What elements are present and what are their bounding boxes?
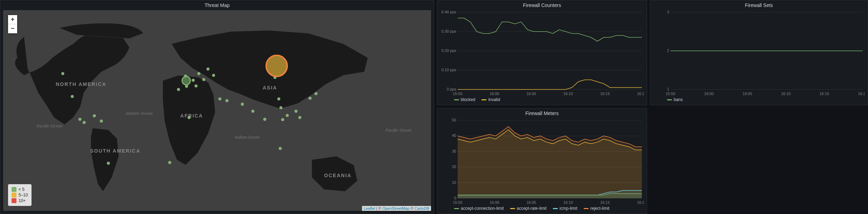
empty-space (650, 108, 868, 214)
legend-dash (553, 208, 558, 209)
zoom-in-button[interactable]: + (8, 15, 17, 24)
legend-dash (454, 99, 459, 100)
africa (163, 75, 215, 165)
sets-chart[interactable]: 12315:5516:0016:0516:1016:1516:20 (653, 10, 865, 96)
legend-dash (481, 99, 486, 100)
continent-label: OCEANIA (324, 173, 352, 178)
svg-text:16:15: 16:15 (819, 92, 829, 96)
greenland (59, 23, 143, 38)
svg-text:40: 40 (452, 133, 456, 138)
svg-text:15:55: 15:55 (453, 200, 463, 205)
panel-title: Firewall Counters (437, 0, 647, 10)
ocean-label: Atlantic Ocean (125, 111, 153, 116)
svg-point-11 (192, 79, 195, 82)
svg-point-17 (188, 116, 190, 119)
legend-item-icmp-limit[interactable]: icmp-limit (553, 206, 577, 211)
svg-point-29 (298, 116, 301, 119)
south-america (91, 128, 119, 191)
svg-text:16:20: 16:20 (637, 92, 644, 96)
svg-text:16:05: 16:05 (743, 92, 752, 96)
svg-point-25 (279, 106, 282, 109)
meters-chart[interactable]: 0102030405015:5516:0016:0516:1016:1516:2… (440, 118, 644, 205)
counters-chart[interactable]: 0 pps0.10 pps0.20 pps0.30 pps0.40 pps15:… (440, 10, 644, 96)
svg-point-24 (277, 98, 280, 100)
carto-link[interactable]: CartoDB (415, 206, 429, 210)
zoom-out-button[interactable]: − (8, 24, 17, 33)
svg-text:2: 2 (667, 48, 669, 53)
svg-text:15:55: 15:55 (453, 92, 463, 96)
map-canvas[interactable]: + − NORTH AMERICA SOUTH AMERICA AFRICA A… (3, 10, 431, 211)
legend-label: 10+ (19, 198, 26, 203)
svg-text:30: 30 (452, 149, 456, 153)
svg-text:16:05: 16:05 (527, 92, 536, 96)
svg-point-31 (314, 92, 317, 95)
svg-text:16:15: 16:15 (600, 200, 610, 205)
svg-text:16:20: 16:20 (637, 200, 644, 205)
continent-label: ASIA (263, 85, 277, 91)
svg-point-28 (294, 110, 297, 113)
chart-legend: bans (653, 96, 865, 102)
firewall-sets-panel: Firewall Sets 12315:5516:0016:0516:1016:… (650, 0, 868, 105)
chart-legend: accept-connection-limit accept-rate-limi… (440, 205, 644, 211)
svg-point-0 (61, 72, 64, 75)
legend-item-blocked[interactable]: blocked (454, 97, 475, 102)
continent-label: NORTH AMERICA (56, 81, 106, 87)
map-attribution: Leaflet | © OpenStreetMap © CartoDB (362, 206, 431, 211)
svg-text:16:10: 16:10 (781, 92, 791, 96)
legend-dash (510, 208, 515, 209)
svg-text:16:15: 16:15 (600, 92, 610, 96)
svg-text:0: 0 (454, 196, 456, 200)
svg-point-21 (251, 110, 254, 113)
svg-text:16:10: 16:10 (563, 92, 573, 96)
svg-point-32 (279, 147, 282, 150)
continent-label: SOUTH AMERICA (90, 148, 140, 154)
svg-point-5 (100, 120, 103, 122)
north-america (15, 31, 129, 125)
svg-text:50: 50 (452, 118, 456, 122)
legend-label: 5–10 (19, 193, 28, 198)
svg-point-14 (202, 78, 205, 81)
threat-cluster-large[interactable] (266, 55, 287, 76)
legend-dash (667, 99, 672, 100)
threat-cluster-medium[interactable] (182, 76, 190, 85)
svg-text:0.30 pps: 0.30 pps (442, 29, 457, 33)
legend-item-bans[interactable]: bans (667, 97, 683, 102)
chart-legend: blocked invalid (440, 96, 644, 102)
zoom-controls: + − (8, 15, 17, 33)
svg-point-20 (241, 103, 244, 106)
svg-text:3: 3 (667, 10, 669, 14)
svg-point-27 (286, 114, 289, 117)
legend-dash (454, 208, 459, 209)
svg-point-16 (212, 74, 215, 77)
svg-text:10: 10 (452, 180, 456, 185)
svg-point-13 (197, 72, 200, 75)
panel-title: Threat Map (0, 0, 434, 10)
svg-point-1 (71, 95, 74, 98)
svg-text:20: 20 (452, 165, 456, 169)
legend-swatch (12, 198, 16, 203)
svg-point-18 (218, 98, 221, 100)
legend-item-accept-rate-limit[interactable]: accept-rate-limit (510, 206, 547, 211)
legend-dash (584, 208, 589, 209)
svg-point-7 (168, 161, 171, 164)
leaflet-link[interactable]: Leaflet (364, 206, 375, 210)
svg-text:0.40 pps: 0.40 pps (442, 10, 457, 14)
legend-item-invalid[interactable]: invalid (481, 97, 500, 102)
osm-link[interactable]: OpenStreetMap (382, 206, 410, 210)
svg-text:16:00: 16:00 (489, 200, 499, 205)
legend-item-reject-limit[interactable]: reject-limit (584, 206, 610, 211)
legend-label: < 5 (19, 187, 25, 192)
svg-point-4 (93, 114, 96, 117)
svg-text:16:20: 16:20 (858, 92, 865, 96)
svg-text:16:10: 16:10 (563, 200, 573, 205)
svg-text:1: 1 (667, 87, 669, 91)
svg-point-12 (195, 85, 197, 87)
legend-swatch (12, 193, 16, 198)
svg-point-2 (78, 118, 81, 121)
legend-item-accept-connection-limit[interactable]: accept-connection-limit (454, 206, 504, 211)
svg-text:16:00: 16:00 (489, 92, 499, 96)
svg-point-15 (207, 68, 209, 71)
map-legend: < 5 5–10 10+ (8, 184, 32, 206)
svg-point-22 (263, 118, 266, 121)
svg-text:15:55: 15:55 (666, 92, 675, 96)
